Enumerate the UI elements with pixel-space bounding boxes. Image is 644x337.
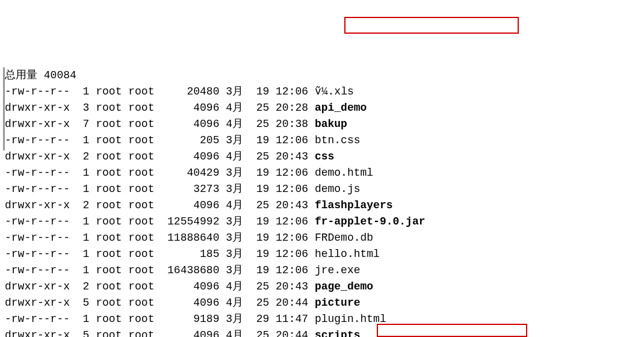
file-name: api_demo [315,102,367,114]
file-name: css [315,150,334,162]
file-name: jre.exe [315,264,361,276]
file-name: hello.html [315,248,380,260]
file-row: drwxr-xr-x 3 root root 4096 4月 25 20:28 … [5,100,639,116]
file-row: -rw-r--r-- 1 root root 20480 3月 19 12:06… [5,84,639,100]
file-row: -rw-r--r-- 1 root root 205 3月 19 12:06 b… [5,132,639,149]
file-row: -rw-r--r-- 1 root root 40429 3月 19 12:06… [5,165,639,181]
file-row: drwxr-xr-x 5 root root 4096 4月 25 20:44 … [5,327,639,337]
file-row: -rw-r--r-- 1 root root 11888640 3月 19 12… [5,230,639,246]
file-row: drwxr-xr-x 7 root root 4096 4月 25 20:38 … [5,116,639,132]
file-row: -rw-r--r-- 1 root root 185 3月 19 12:06 h… [5,246,639,262]
file-name: bakup [315,118,347,130]
file-name: flashplayers [315,199,393,211]
file-row: drwxr-xr-x 2 root root 4096 4月 25 20:43 … [5,149,639,165]
file-name: page_demo [315,280,373,292]
file-name: FRDemo.db [315,232,373,244]
file-name: ṽ¼.xls [315,85,354,97]
total-line: 总用量 40084 [5,67,639,84]
file-row: drwxr-xr-x 2 root root 4096 4月 25 20:43 … [5,279,639,295]
file-name: fr-applet-9.0.jar [315,215,426,227]
file-name: btn.css [315,134,361,146]
file-name: picture [315,297,361,309]
terminal-output: 总用量 40084-rw-r--r-- 1 root root 20480 3月… [5,67,639,337]
file-row: -rw-r--r-- 1 root root 9189 3月 29 11:47 … [5,311,639,327]
file-name: scripts [315,329,361,337]
file-row: -rw-r--r-- 1 root root 12554992 3月 19 12… [5,214,639,230]
file-row: drwxr-xr-x 5 root root 4096 4月 25 20:44 … [5,295,639,311]
file-name: demo.html [315,167,373,179]
file-name: plugin.html [315,313,386,325]
text-selection-marker [3,67,5,150]
highlight-box-1 [344,17,519,34]
file-row: drwxr-xr-x 2 root root 4096 4月 25 20:43 … [5,197,639,214]
file-row: -rw-r--r-- 1 root root 16438680 3月 19 12… [5,262,639,279]
file-row: -rw-r--r-- 1 root root 3273 3月 19 12:06 … [5,181,639,197]
file-name: demo.js [315,183,361,195]
